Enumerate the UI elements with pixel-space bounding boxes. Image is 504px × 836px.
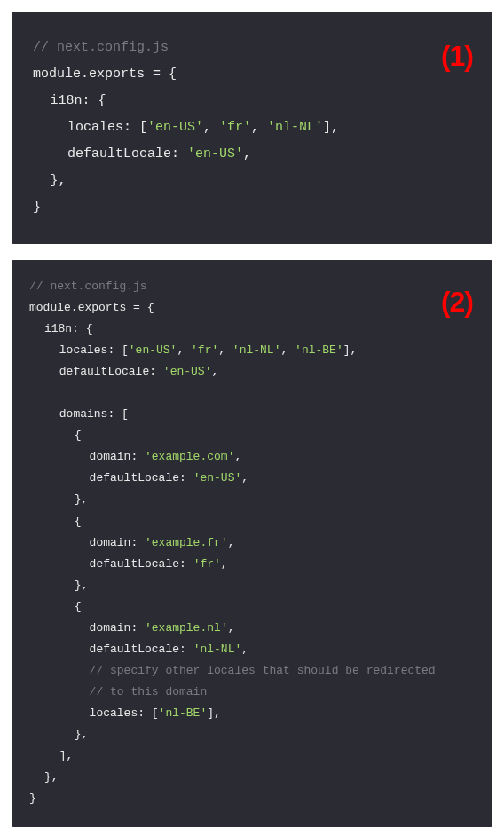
code-line: ], [29, 745, 475, 767]
code-line: defaultLocale: 'en-US', [33, 141, 471, 168]
code-line: defaultLocale: 'en-US', [29, 468, 475, 489]
code-line: // next.config.js [33, 35, 471, 61]
code-line: locales: ['en-US', 'fr', 'nl-NL'], [33, 114, 471, 141]
code-line: module.exports = { [29, 297, 475, 319]
code-line: }, [29, 767, 475, 788]
code-line: }, [29, 489, 475, 510]
code-line: defaultLocale: 'en-US', [29, 361, 475, 383]
annotation-badge-2: (2) [441, 276, 473, 328]
code-line: // next.config.js [29, 276, 475, 297]
code-line: { [29, 425, 475, 446]
code-line: defaultLocale: 'nl-NL', [29, 639, 475, 660]
code-line: domain: 'example.com', [29, 446, 475, 468]
code-line: domain: 'example.fr', [29, 532, 475, 554]
code-line: }, [29, 575, 475, 596]
code-line: domain: 'example.nl', [29, 618, 475, 639]
code-line: } [33, 194, 471, 221]
code-line: }, [33, 168, 471, 194]
code-line: } [29, 788, 475, 809]
annotation-badge-1: (1) [441, 28, 473, 84]
code-line: module.exports = { [33, 61, 471, 88]
code-line: { [29, 596, 475, 618]
code-line: i18n: { [29, 319, 475, 340]
code-line: // specify other locales that should be … [29, 660, 475, 682]
code-line: domains: [ [29, 404, 475, 425]
code-line: // to this domain [29, 682, 475, 703]
code-line: }, [29, 724, 475, 745]
code-line: i18n: { [33, 88, 471, 114]
code-block-1: (1) // next.config.js module.exports = {… [12, 12, 492, 244]
code-line: { [29, 511, 475, 532]
code-line [29, 383, 475, 404]
code-line: locales: ['en-US', 'fr', 'nl-NL', 'nl-BE… [29, 340, 475, 361]
code-block-2: (2) // next.config.js module.exports = {… [12, 260, 492, 827]
code-line: defaultLocale: 'fr', [29, 554, 475, 575]
code-line: locales: ['nl-BE'], [29, 703, 475, 724]
